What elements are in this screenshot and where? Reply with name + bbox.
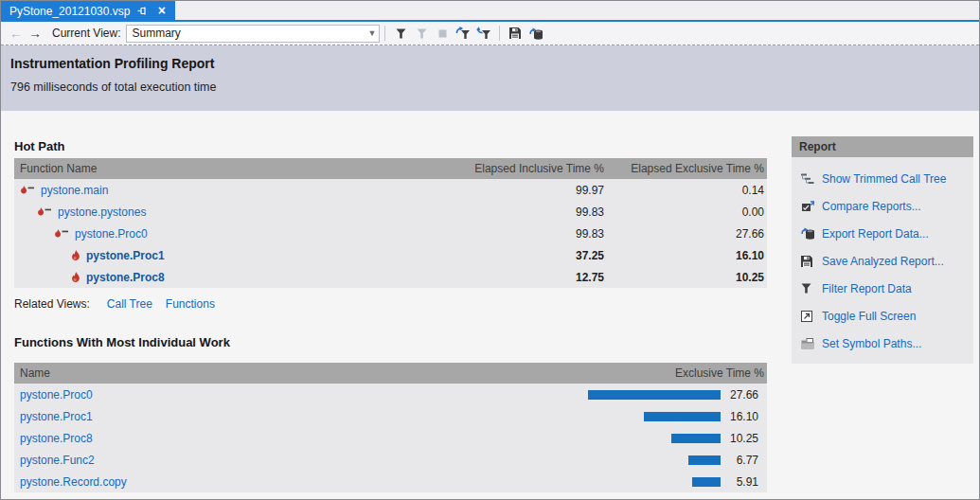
function-link[interactable]: pystone.Proc8 (20, 432, 93, 445)
function-cell: pystone.Record.copy (14, 475, 579, 489)
hot-path-title: Hot Path (14, 139, 64, 153)
hotpath-flame-dash-icon (20, 185, 35, 196)
report-link-save-analyzed-report[interactable]: Save Analyzed Report... (792, 247, 973, 275)
reapply-filter-button[interactable] (473, 24, 494, 44)
flame-icon (71, 250, 80, 261)
related-view-link-call-tree[interactable]: Call Tree (107, 297, 152, 311)
report-link-show-trimmed-call-tree[interactable]: Show Trimmed Call Tree (792, 165, 973, 192)
function-work-row: pystone.Record.copy5.91 (14, 471, 767, 492)
tab-strip: PyStone_20121030.vsp × (1, 1, 979, 20)
fullscreen-icon (801, 311, 822, 322)
function-cell: pystone.Proc8 (14, 432, 579, 445)
inclusive-time-value: 12.75 (418, 271, 607, 284)
function-link[interactable]: pystone.Proc0 (20, 388, 93, 402)
hot-path-rows: pystone.main99.970.14pystone.pystones99.… (14, 179, 767, 288)
back-arrow-icon[interactable]: ← (7, 27, 26, 40)
stop-button (432, 24, 453, 44)
column-exclusive-time[interactable]: Exclusive Time % (578, 366, 767, 380)
toolbar-separator (499, 26, 500, 41)
flame-icon (71, 272, 80, 283)
page-title: Instrumentation Profiling Report (10, 56, 979, 71)
tab-title: PyStone_20121030.vsp (9, 4, 130, 18)
hotpath-flame-dash-icon (54, 228, 69, 240)
report-link-label: Filter Report Data (822, 282, 912, 295)
time-bar-cell (579, 390, 721, 400)
function-link[interactable]: pystone.Record.copy (20, 475, 127, 489)
filter-disabled-button (411, 24, 432, 44)
functions-table-header: Name Exclusive Time % (14, 363, 767, 384)
column-elapsed-inclusive[interactable]: Elapsed Inclusive Time % (418, 162, 607, 175)
current-view-value: Summary (132, 27, 365, 40)
function-link[interactable]: pystone.Proc8 (86, 271, 165, 284)
refresh-filter-button[interactable] (453, 24, 473, 44)
function-link[interactable]: pystone.main (41, 184, 108, 197)
export-data-button[interactable] (526, 24, 546, 44)
report-link-compare-reports[interactable]: Compare Reports... (792, 192, 973, 220)
exclusive-time-bar (688, 455, 721, 465)
function-work-row: pystone.Proc116.10 (14, 405, 767, 427)
function-cell: pystone.pystones (14, 205, 418, 219)
filter-button[interactable] (390, 24, 411, 44)
function-link[interactable]: pystone.Func2 (20, 454, 95, 467)
time-bar-cell (579, 434, 721, 443)
functions-table: Name Exclusive Time % pystone.Proc027.66… (14, 363, 767, 492)
column-function-name[interactable]: Function Name (14, 162, 418, 175)
time-bar-cell (579, 477, 721, 487)
time-bar-cell (579, 455, 721, 465)
function-cell: pystone.Proc0 (14, 388, 579, 402)
report-banner: Instrumentation Profiling Report 796 mil… (1, 45, 979, 111)
exclusive-time-value: 27.66 (607, 227, 767, 241)
hot-path-table-header: Function Name Elapsed Inclusive Time % E… (14, 158, 767, 179)
trimmed-call-tree-icon (801, 173, 822, 185)
compare-reports-icon (801, 201, 822, 212)
related-view-link-functions[interactable]: Functions (166, 297, 215, 311)
report-link-label: Toggle Full Screen (822, 310, 916, 323)
inclusive-time-value: 99.97 (418, 184, 607, 197)
function-cell: pystone.Proc0 (14, 227, 418, 241)
hot-path-row: pystone.Proc137.2516.10 (14, 244, 767, 266)
report-link-label: Set Symbol Paths... (822, 337, 921, 350)
pin-icon[interactable] (136, 4, 149, 17)
exclusive-time-bar (588, 390, 721, 400)
inclusive-time-value: 99.83 (418, 227, 607, 241)
function-link[interactable]: pystone.Proc1 (86, 249, 165, 262)
exclusive-time-bar (692, 477, 721, 487)
hot-path-row: pystone.main99.970.14 (14, 179, 767, 201)
hot-path-row: pystone.Proc812.7510.25 (14, 266, 767, 288)
save-button[interactable] (505, 24, 526, 44)
current-view-dropdown[interactable]: Summary ▼ (126, 25, 380, 43)
exclusive-time-value: 6.77 (721, 454, 767, 467)
report-link-export-report-data[interactable]: Export Report Data... (792, 220, 973, 247)
exclusive-time-value: 16.10 (721, 410, 767, 423)
function-cell: pystone.Proc8 (14, 271, 418, 284)
profiler-window: PyStone_20121030.vsp × ← → Current View:… (0, 0, 980, 500)
symbol-paths-icon (801, 338, 822, 349)
related-links: Call TreeFunctions (107, 297, 228, 311)
report-link-label: Save Analyzed Report... (822, 255, 944, 268)
close-icon[interactable]: × (155, 4, 168, 17)
function-cell: pystone.Func2 (14, 454, 579, 467)
function-work-row: pystone.Proc810.25 (14, 427, 767, 449)
export-data-icon (801, 227, 822, 240)
function-link[interactable]: pystone.Proc1 (20, 410, 93, 423)
column-name[interactable]: Name (14, 366, 578, 380)
hotpath-flame-dash-icon (37, 206, 52, 218)
document-tab[interactable]: PyStone_20121030.vsp × (1, 1, 175, 20)
function-cell: pystone.main (14, 184, 418, 197)
report-link-filter-report-data[interactable]: Filter Report Data (792, 275, 973, 302)
toolbar: ← → Current View: Summary ▼ (1, 22, 979, 45)
function-link[interactable]: pystone.pystones (58, 205, 146, 219)
functions-rows: pystone.Proc027.66pystone.Proc116.10pyst… (14, 384, 767, 492)
column-elapsed-exclusive[interactable]: Elapsed Exclusive Time % (607, 162, 767, 175)
forward-arrow-icon[interactable]: → (26, 27, 45, 40)
function-work-row: pystone.Func26.77 (14, 449, 767, 471)
report-link-toggle-full-screen[interactable]: Toggle Full Screen (792, 302, 973, 330)
functions-title: Functions With Most Individual Work (14, 335, 230, 349)
function-cell: pystone.Proc1 (14, 249, 418, 262)
report-link-set-symbol-paths[interactable]: Set Symbol Paths... (792, 330, 973, 357)
function-work-row: pystone.Proc027.66 (14, 384, 767, 405)
report-panel-title: Report (792, 136, 973, 157)
current-view-label: Current View: (52, 27, 120, 40)
hot-path-row: pystone.pystones99.830.00 (14, 201, 767, 223)
function-link[interactable]: pystone.Proc0 (75, 227, 148, 241)
